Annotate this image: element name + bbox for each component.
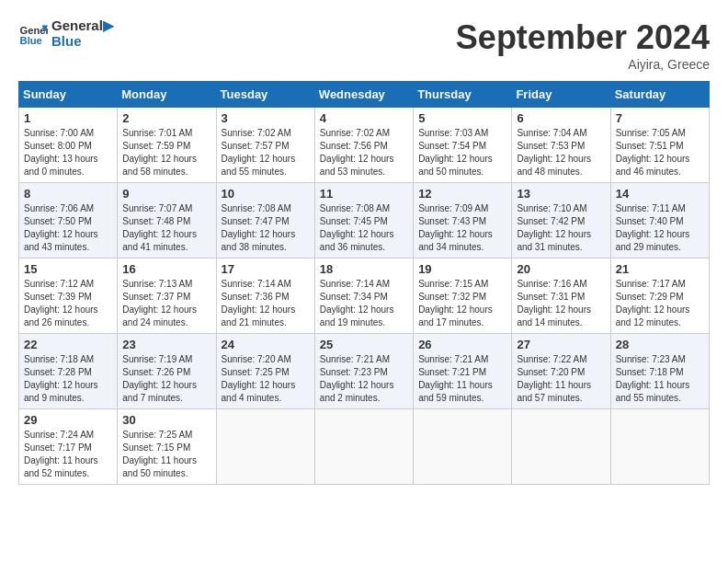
day-info: Sunrise: 7:08 AM Sunset: 7:47 PM Dayligh…	[222, 202, 310, 254]
location: Aiyira, Greece	[456, 57, 710, 72]
day-number: 16	[122, 262, 210, 276]
week-row-3: 15 Sunrise: 7:12 AM Sunset: 7:39 PM Dayl…	[19, 259, 710, 334]
calendar-cell: 16 Sunrise: 7:13 AM Sunset: 7:37 PM Dayl…	[118, 259, 216, 334]
day-number: 12	[418, 187, 506, 201]
calendar-cell: 23 Sunrise: 7:19 AM Sunset: 7:26 PM Dayl…	[118, 334, 216, 409]
month-title: September 2024	[456, 18, 710, 57]
calendar-cell: 22 Sunrise: 7:18 AM Sunset: 7:28 PM Dayl…	[19, 334, 118, 409]
day-number: 14	[616, 187, 704, 201]
day-number: 29	[24, 413, 112, 427]
day-info: Sunrise: 7:10 AM Sunset: 7:42 PM Dayligh…	[517, 202, 605, 254]
calendar-cell: 25 Sunrise: 7:21 AM Sunset: 7:23 PM Dayl…	[314, 334, 413, 409]
calendar-cell: 8 Sunrise: 7:06 AM Sunset: 7:50 PM Dayli…	[19, 183, 118, 259]
title-block: September 2024 Aiyira, Greece	[456, 18, 710, 72]
calendar-cell: 17 Sunrise: 7:14 AM Sunset: 7:36 PM Dayl…	[216, 259, 314, 334]
day-info: Sunrise: 7:08 AM Sunset: 7:45 PM Dayligh…	[320, 202, 408, 254]
day-info: Sunrise: 7:12 AM Sunset: 7:39 PM Dayligh…	[24, 278, 112, 329]
week-row-1: 1 Sunrise: 7:00 AM Sunset: 8:00 PM Dayli…	[19, 108, 710, 183]
day-info: Sunrise: 7:09 AM Sunset: 7:43 PM Dayligh…	[418, 202, 506, 254]
calendar-cell: 30 Sunrise: 7:25 AM Sunset: 7:15 PM Dayl…	[118, 409, 216, 485]
day-number: 25	[320, 338, 408, 351]
day-info: Sunrise: 7:19 AM Sunset: 7:26 PM Dayligh…	[122, 353, 210, 405]
weekday-header-monday: Monday	[118, 82, 216, 108]
weekday-header-row: SundayMondayTuesdayWednesdayThursdayFrid…	[19, 82, 710, 108]
calendar-cell: 6 Sunrise: 7:04 AM Sunset: 7:53 PM Dayli…	[512, 108, 610, 183]
day-number: 10	[222, 187, 310, 201]
calendar-cell: 10 Sunrise: 7:08 AM Sunset: 7:47 PM Dayl…	[216, 183, 314, 259]
day-number: 19	[418, 262, 506, 276]
weekday-header-saturday: Saturday	[610, 82, 709, 108]
day-number: 26	[418, 338, 506, 351]
day-info: Sunrise: 7:20 AM Sunset: 7:25 PM Dayligh…	[222, 353, 310, 405]
calendar-cell: 14 Sunrise: 7:11 AM Sunset: 7:40 PM Dayl…	[610, 183, 709, 259]
day-number: 6	[517, 111, 605, 125]
day-info: Sunrise: 7:00 AM Sunset: 8:00 PM Dayligh…	[24, 127, 112, 178]
calendar-cell: 12 Sunrise: 7:09 AM Sunset: 7:43 PM Dayl…	[414, 183, 512, 259]
day-number: 15	[24, 262, 112, 276]
day-info: Sunrise: 7:17 AM Sunset: 7:29 PM Dayligh…	[616, 278, 704, 329]
calendar-cell: 13 Sunrise: 7:10 AM Sunset: 7:42 PM Dayl…	[512, 183, 610, 259]
day-number: 5	[418, 111, 506, 125]
calendar-cell: 11 Sunrise: 7:08 AM Sunset: 7:45 PM Dayl…	[314, 183, 413, 259]
day-number: 20	[517, 262, 605, 276]
day-info: Sunrise: 7:21 AM Sunset: 7:23 PM Dayligh…	[320, 353, 408, 405]
day-number: 17	[222, 262, 310, 276]
day-info: Sunrise: 7:13 AM Sunset: 7:37 PM Dayligh…	[122, 278, 210, 329]
calendar-cell	[512, 409, 610, 485]
day-info: Sunrise: 7:24 AM Sunset: 7:17 PM Dayligh…	[24, 429, 112, 480]
calendar-cell: 9 Sunrise: 7:07 AM Sunset: 7:48 PM Dayli…	[118, 183, 216, 259]
day-info: Sunrise: 7:07 AM Sunset: 7:48 PM Dayligh…	[122, 202, 210, 254]
weekday-header-tuesday: Tuesday	[216, 82, 314, 108]
day-number: 21	[616, 262, 704, 276]
day-info: Sunrise: 7:15 AM Sunset: 7:32 PM Dayligh…	[418, 278, 506, 329]
logo: General Blue General▶ Blue	[18, 18, 114, 49]
day-number: 18	[320, 262, 408, 276]
logo-text-block: General▶ Blue	[51, 18, 114, 49]
day-number: 7	[616, 111, 704, 125]
day-number: 27	[517, 338, 605, 351]
day-number: 4	[320, 111, 408, 125]
weekday-header-wednesday: Wednesday	[314, 82, 413, 108]
calendar-cell: 19 Sunrise: 7:15 AM Sunset: 7:32 PM Dayl…	[414, 259, 512, 334]
day-info: Sunrise: 7:03 AM Sunset: 7:54 PM Dayligh…	[418, 127, 506, 178]
calendar-cell	[314, 409, 413, 485]
weekday-header-thursday: Thursday	[414, 82, 512, 108]
day-info: Sunrise: 7:04 AM Sunset: 7:53 PM Dayligh…	[517, 127, 605, 178]
day-number: 24	[222, 338, 310, 351]
calendar-table: SundayMondayTuesdayWednesdayThursdayFrid…	[18, 81, 710, 485]
calendar-cell: 28 Sunrise: 7:23 AM Sunset: 7:18 PM Dayl…	[610, 334, 709, 409]
weekday-header-sunday: Sunday	[19, 82, 118, 108]
calendar-cell: 26 Sunrise: 7:21 AM Sunset: 7:21 PM Dayl…	[414, 334, 512, 409]
calendar-cell: 29 Sunrise: 7:24 AM Sunset: 7:17 PM Dayl…	[19, 409, 118, 485]
calendar-cell: 5 Sunrise: 7:03 AM Sunset: 7:54 PM Dayli…	[414, 108, 512, 183]
day-info: Sunrise: 7:01 AM Sunset: 7:59 PM Dayligh…	[122, 127, 210, 178]
calendar-cell: 4 Sunrise: 7:02 AM Sunset: 7:56 PM Dayli…	[314, 108, 413, 183]
day-number: 22	[24, 338, 112, 351]
page-header: General Blue General▶ Blue September 202…	[18, 18, 710, 72]
day-number: 30	[122, 413, 210, 427]
day-info: Sunrise: 7:16 AM Sunset: 7:31 PM Dayligh…	[517, 278, 605, 329]
calendar-cell: 18 Sunrise: 7:14 AM Sunset: 7:34 PM Dayl…	[314, 259, 413, 334]
day-info: Sunrise: 7:02 AM Sunset: 7:57 PM Dayligh…	[222, 127, 310, 178]
svg-text:Blue: Blue	[20, 35, 42, 46]
calendar-cell: 3 Sunrise: 7:02 AM Sunset: 7:57 PM Dayli…	[216, 108, 314, 183]
day-info: Sunrise: 7:06 AM Sunset: 7:50 PM Dayligh…	[24, 202, 112, 254]
day-info: Sunrise: 7:22 AM Sunset: 7:20 PM Dayligh…	[517, 353, 605, 405]
calendar-cell: 15 Sunrise: 7:12 AM Sunset: 7:39 PM Dayl…	[19, 259, 118, 334]
day-number: 11	[320, 187, 408, 201]
day-info: Sunrise: 7:05 AM Sunset: 7:51 PM Dayligh…	[616, 127, 704, 178]
day-number: 9	[122, 187, 210, 201]
calendar-cell: 20 Sunrise: 7:16 AM Sunset: 7:31 PM Dayl…	[512, 259, 610, 334]
day-number: 8	[24, 187, 112, 201]
calendar-cell	[216, 409, 314, 485]
calendar-cell	[610, 409, 709, 485]
day-info: Sunrise: 7:14 AM Sunset: 7:34 PM Dayligh…	[320, 278, 408, 329]
week-row-2: 8 Sunrise: 7:06 AM Sunset: 7:50 PM Dayli…	[19, 183, 710, 259]
day-number: 3	[222, 111, 310, 125]
day-info: Sunrise: 7:25 AM Sunset: 7:15 PM Dayligh…	[122, 429, 210, 480]
calendar-cell: 7 Sunrise: 7:05 AM Sunset: 7:51 PM Dayli…	[610, 108, 709, 183]
calendar-cell: 24 Sunrise: 7:20 AM Sunset: 7:25 PM Dayl…	[216, 334, 314, 409]
week-row-4: 22 Sunrise: 7:18 AM Sunset: 7:28 PM Dayl…	[19, 334, 710, 409]
day-info: Sunrise: 7:21 AM Sunset: 7:21 PM Dayligh…	[418, 353, 506, 405]
day-number: 2	[122, 111, 210, 125]
